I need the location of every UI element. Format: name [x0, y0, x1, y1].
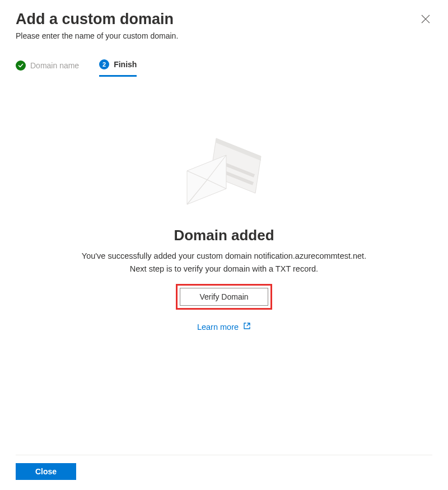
learn-more-link[interactable]: Learn more [197, 322, 251, 332]
step-tabs: Domain name 2 Finish [16, 59, 432, 77]
close-button[interactable]: Close [16, 463, 76, 480]
step-label: Finish [114, 60, 137, 69]
step-label: Domain name [30, 61, 79, 70]
step-domain-name[interactable]: Domain name [16, 59, 79, 77]
close-icon [421, 17, 430, 25]
verify-domain-button[interactable]: Verify Domain [180, 288, 268, 306]
check-icon [16, 60, 26, 71]
success-title: Domain added [174, 227, 274, 244]
mail-domain-illustration [179, 133, 269, 211]
close-icon-button[interactable] [419, 12, 432, 27]
verify-highlight-box: Verify Domain [176, 284, 272, 310]
learn-more-label: Learn more [197, 323, 239, 332]
panel-footer: Close [16, 455, 432, 490]
step-finish[interactable]: 2 Finish [99, 59, 137, 77]
external-link-icon [243, 322, 251, 332]
panel-subtitle: Please enter the name of your custom dom… [16, 31, 178, 40]
success-message: You've successfully added your custom do… [82, 250, 366, 275]
step-number-badge: 2 [99, 59, 109, 69]
panel-title: Add a custom domain [16, 10, 178, 28]
